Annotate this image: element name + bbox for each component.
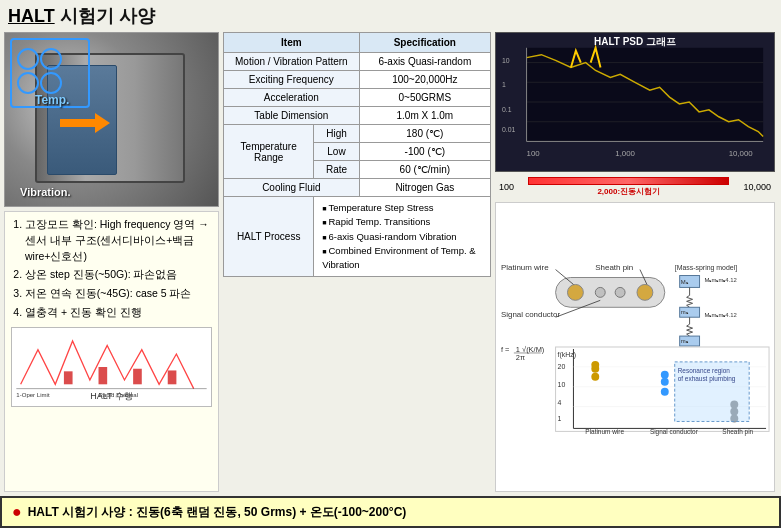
list-item-1: 고장모드 확인: High frequency 영역 → 센서 내부 구조(센서… — [25, 217, 212, 264]
temp-label: Temp. — [35, 93, 69, 107]
temp-low-value: -100 (℃) — [359, 143, 490, 161]
circle-icon-1 — [17, 48, 39, 70]
table-row-cooling: Cooling Fluid Nitrogen Gas — [224, 179, 491, 197]
table-row-halt-process: HALT Process Temperature Step Stress Rap… — [224, 197, 491, 277]
svg-text:Sheath pin: Sheath pin — [722, 428, 753, 436]
svg-point-64 — [661, 388, 669, 396]
halt-machine-image: Temp. Vibration. — [4, 32, 219, 207]
temp-low-label: Low — [314, 143, 359, 161]
freq-bar-container: 2,000:진동시험기 — [518, 177, 739, 197]
process-item-4: Combined Environment of Temp. & Vibratio… — [322, 244, 482, 273]
cooling-label: Cooling Fluid — [224, 179, 360, 197]
svg-text:[Mass-spring model]: [Mass-spring model] — [675, 264, 738, 272]
psd-title: HALT PSD 그래프 — [594, 35, 676, 49]
svg-text:M₁: M₁ — [681, 279, 689, 285]
temp-high-label: High — [314, 125, 359, 143]
inline-chart: 1-Oper Limit Rapid Thermal HALT 수행 — [11, 327, 212, 407]
col-header-spec: Specification — [359, 33, 490, 53]
svg-rect-3 — [99, 367, 108, 384]
chart-label: HALT 수행 — [90, 390, 133, 404]
svg-rect-2 — [64, 371, 73, 384]
svg-rect-5 — [168, 370, 177, 384]
table-row-acceleration: Acceleration 0~50GRMS — [224, 89, 491, 107]
motion-label: Motion / Vibration Pattern — [224, 53, 360, 71]
svg-text:m₂: m₂ — [681, 338, 689, 344]
process-item-3: 6-axis Quasi-random Vibration — [322, 230, 482, 244]
svg-text:f =: f = — [501, 345, 509, 354]
circle-icon-2 — [40, 48, 62, 70]
svg-text:m₁: m₁ — [681, 309, 689, 315]
svg-rect-8 — [527, 48, 764, 142]
svg-text:Signal conductor: Signal conductor — [650, 428, 699, 436]
svg-rect-4 — [133, 368, 142, 384]
psd-chart: HALT PSD 그래프 10 — [495, 32, 775, 172]
psd-chart-svg: 10 1 0.1 0.01 100 1,000 10,000 — [496, 33, 774, 171]
text-panel: 고장모드 확인: High frequency 영역 → 센서 내부 구조(센서… — [4, 211, 219, 492]
halt-process-value: Temperature Step Stress Rapid Temp. Tran… — [314, 197, 491, 277]
svg-text:10: 10 — [558, 381, 566, 388]
svg-text:1-Oper Limit: 1-Oper Limit — [16, 392, 50, 398]
temp-rate-value: 60 (℃/min) — [359, 161, 490, 179]
svg-text:20: 20 — [558, 363, 566, 370]
svg-text:0.01: 0.01 — [502, 126, 516, 133]
page-title: HALT 시험기 사양 — [8, 4, 155, 28]
spec-table: Item Specification Motion / Vibration Pa… — [223, 32, 491, 277]
content-area: Temp. Vibration. 고장모드 확인: High frequency… — [0, 32, 781, 496]
table-row-dimension: Table Dimension 1.0m X 1.0m — [224, 107, 491, 125]
motion-value: 6-axis Quasi-random — [359, 53, 490, 71]
svg-text:Platinum wire: Platinum wire — [501, 263, 549, 272]
dim-label: Table Dimension — [224, 107, 360, 125]
freq-label: Exciting Frequency — [224, 71, 360, 89]
svg-point-60 — [591, 365, 599, 373]
svg-text:Resonance region: Resonance region — [678, 367, 731, 375]
diagram-area: Platinum wire Sheath pin Signal conducto… — [495, 202, 775, 492]
list-item-4: 열충격 + 진동 확인 진행 — [25, 305, 212, 321]
freq-value: 100~20,000Hz — [359, 71, 490, 89]
temp-rate-label: Rate — [314, 161, 359, 179]
svg-text:1: 1 — [502, 81, 506, 88]
halt-process-label: HALT Process — [224, 197, 314, 277]
svg-text:M₁m₁m₂4.12: M₁m₁m₂4.12 — [705, 312, 737, 318]
freq-min: 100 — [499, 182, 514, 192]
dim-value: 1.0m X 1.0m — [359, 107, 490, 125]
title-bar: HALT 시험기 사양 — [0, 0, 781, 32]
table-row-temp-high: Temperature Range High 180 (℃) — [224, 125, 491, 143]
svg-text:2π: 2π — [516, 353, 525, 362]
freq-red-bar — [528, 177, 729, 185]
svg-point-27 — [595, 287, 605, 297]
svg-text:of exhaust plumbing: of exhaust plumbing — [678, 375, 736, 383]
bottom-bar: ● HALT 시험기 사양 : 진동(6축 랜덤 진동, 50 Grms) + … — [0, 496, 781, 528]
text-list: 고장모드 확인: High frequency 영역 → 센서 내부 구조(센서… — [11, 217, 212, 321]
svg-point-63 — [661, 378, 669, 386]
list-item-3: 저온 연속 진동(~45G): case 5 파손 — [25, 286, 212, 302]
svg-text:1,000: 1,000 — [615, 149, 635, 158]
svg-point-28 — [615, 287, 625, 297]
table-row-frequency: Exciting Frequency 100~20,000Hz — [224, 71, 491, 89]
left-column: Temp. Vibration. 고장모드 확인: High frequency… — [4, 32, 219, 492]
svg-text:Sheath pin: Sheath pin — [595, 263, 633, 272]
svg-text:Platinum wire: Platinum wire — [585, 428, 624, 435]
col-header-item: Item — [224, 33, 360, 53]
table-row-motion: Motion / Vibration Pattern 6-axis Quasi-… — [224, 53, 491, 71]
list-item-2: 상온 step 진동(~50G): 파손없음 — [25, 267, 212, 283]
middle-column: Item Specification Motion / Vibration Pa… — [223, 32, 491, 492]
vibration-label: Vibration. — [20, 186, 71, 198]
freq-bar-label: 2,000:진동시험기 — [518, 186, 739, 197]
circle-icon-3 — [17, 72, 39, 94]
title-halt: HALT — [8, 6, 55, 26]
svg-point-61 — [591, 373, 599, 381]
freq-axis-bar: 100 2,000:진동시험기 10,000 — [495, 176, 775, 198]
diagram-svg: Platinum wire Sheath pin Signal conducto… — [496, 203, 774, 491]
svg-text:1: 1 — [558, 415, 562, 422]
svg-point-26 — [567, 284, 583, 300]
svg-text:4: 4 — [558, 399, 562, 406]
title-rest: 시험기 사양 — [60, 6, 155, 26]
temp-high-value: 180 (℃) — [359, 125, 490, 143]
process-item-2: Rapid Temp. Transitions — [322, 215, 482, 229]
circle-icon-4 — [40, 72, 62, 94]
svg-text:10: 10 — [502, 57, 510, 64]
svg-point-29 — [637, 284, 653, 300]
svg-point-62 — [661, 371, 669, 379]
accel-label: Acceleration — [224, 89, 360, 107]
cooling-value: Nitrogen Gas — [359, 179, 490, 197]
